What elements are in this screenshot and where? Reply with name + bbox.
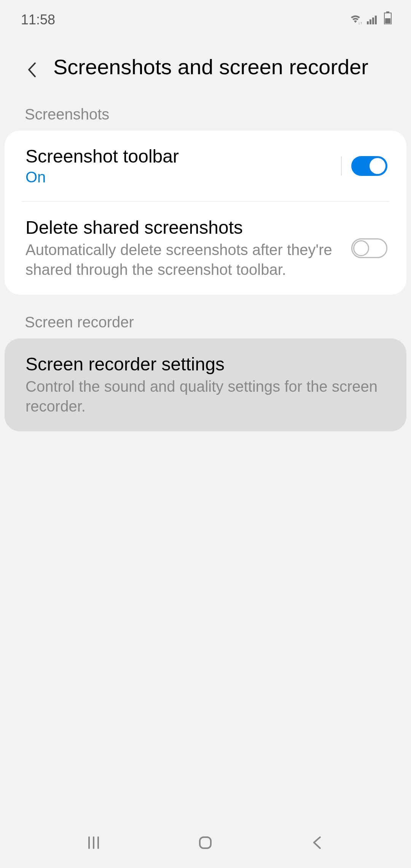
- page-header: Screenshots and screen recorder: [0, 35, 411, 106]
- svg-rect-7: [385, 18, 390, 24]
- section-header-recorder: Screen recorder: [0, 314, 411, 338]
- delete-shared-title: Delete shared screenshots: [25, 217, 351, 238]
- delete-shared-text: Delete shared screenshots Automatically …: [25, 217, 351, 279]
- recorder-settings-row[interactable]: Screen recorder settings Control the sou…: [5, 338, 406, 431]
- section-header-screenshots: Screenshots: [0, 106, 411, 131]
- page-title: Screenshots and screen recorder: [53, 54, 368, 79]
- screenshot-toolbar-row[interactable]: Screenshot toolbar On: [5, 131, 406, 201]
- home-button[interactable]: [197, 834, 214, 853]
- status-icons: ↓↑: [349, 11, 392, 28]
- wifi-icon: ↓↑: [349, 12, 362, 28]
- recents-button[interactable]: [85, 834, 102, 853]
- screenshot-toolbar-toggle-area: [341, 156, 387, 176]
- recorder-settings-text: Screen recorder settings Control the sou…: [25, 354, 387, 416]
- delete-shared-toggle[interactable]: [351, 238, 387, 258]
- svg-text:↓↑: ↓↑: [358, 21, 362, 24]
- screenshot-toolbar-toggle[interactable]: [351, 156, 387, 176]
- back-nav-button[interactable]: [309, 834, 326, 853]
- screenshot-toolbar-title: Screenshot toolbar: [25, 146, 341, 167]
- svg-rect-2: [370, 19, 371, 24]
- recorder-settings-description: Control the sound and quality settings f…: [25, 377, 387, 416]
- signal-icon: [367, 12, 379, 28]
- battery-icon: [384, 11, 392, 28]
- svg-rect-4: [375, 16, 377, 24]
- recorder-card: Screen recorder settings Control the sou…: [5, 338, 406, 431]
- screenshots-card: Screenshot toolbar On Delete shared scre…: [5, 131, 406, 295]
- screenshot-toolbar-text: Screenshot toolbar On: [25, 146, 341, 186]
- toggle-divider: [341, 156, 342, 176]
- navigation-bar: [0, 819, 411, 868]
- svg-rect-1: [367, 21, 369, 24]
- svg-rect-3: [372, 18, 374, 24]
- recorder-settings-title: Screen recorder settings: [25, 354, 387, 375]
- status-bar: 11:58 ↓↑: [0, 0, 411, 35]
- status-time: 11:58: [21, 12, 55, 28]
- back-button[interactable]: [27, 61, 38, 73]
- svg-rect-11: [200, 837, 211, 848]
- delete-shared-row[interactable]: Delete shared screenshots Automatically …: [5, 202, 406, 295]
- delete-shared-description: Automatically delete screenshots after t…: [25, 240, 351, 279]
- screenshot-toolbar-status: On: [25, 169, 341, 186]
